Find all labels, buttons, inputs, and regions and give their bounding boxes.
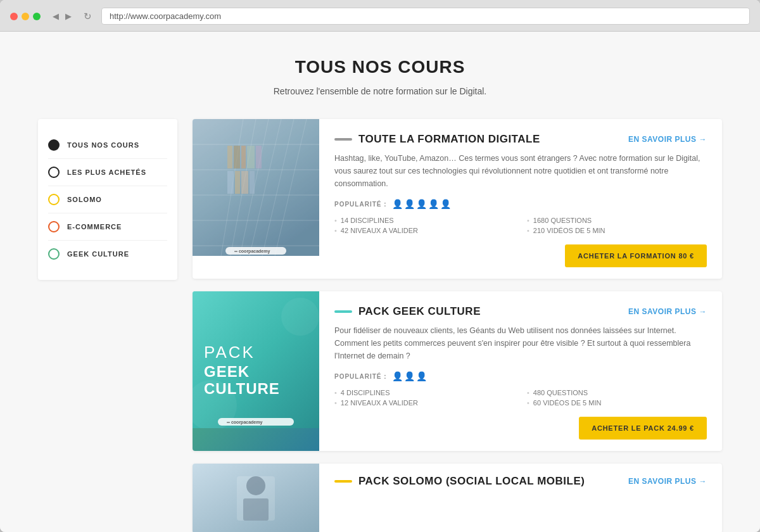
svg-rect-35 <box>243 498 269 521</box>
sidebar-label-ecommerce: E-COMMERCE <box>67 223 122 231</box>
refresh-button[interactable]: ↻ <box>81 10 94 23</box>
course-stats-formation: 14 DISCIPLINES 1680 QUESTIONS 42 NIVEAUX… <box>334 217 707 234</box>
arrow-right-icon: → <box>699 135 707 144</box>
svg-rect-15 <box>241 146 246 168</box>
popularity-row-formation: POPULARITÉ : 👤 👤 👤 👤 👤 <box>334 199 707 209</box>
course-title-formation: TOUTE LA FORMATION DIGITALE <box>358 133 540 146</box>
svg-point-34 <box>246 476 265 495</box>
forward-button[interactable]: ▶ <box>63 11 73 22</box>
nav-arrows: ◀ ▶ <box>51 11 73 22</box>
person-icon-5: 👤 <box>440 199 451 209</box>
svg-text:CULTURE: CULTURE <box>204 380 280 397</box>
course-accent-yellow <box>334 480 352 483</box>
sidebar: TOUS NOS COURS LES PLUS ACHETÉS SOLOMO E… <box>38 119 177 280</box>
arrow-right-icon-geek: → <box>699 307 707 316</box>
course-card-geek-culture: PACK GEEK CULTURE ∞ coorpacademy <box>193 291 722 451</box>
course-accent-teal <box>334 310 352 313</box>
sidebar-item-ecommerce[interactable]: E-COMMERCE <box>48 213 167 241</box>
browser-window: ◀ ▶ ↻ TOUS NOS COURS Retrouvez l'ensembl… <box>0 0 760 532</box>
course-image-geek: PACK GEEK CULTURE ∞ coorpacademy <box>193 291 319 451</box>
traffic-light-yellow[interactable] <box>22 13 29 20</box>
back-button[interactable]: ◀ <box>51 11 61 22</box>
svg-text:PACK: PACK <box>204 343 255 362</box>
person-icon-1: 👤 <box>392 199 403 209</box>
svg-text:∞ coorpacademy: ∞ coorpacademy <box>234 249 270 254</box>
svg-rect-18 <box>227 171 234 194</box>
en-savoir-plus-solomo[interactable]: EN SAVOIR PLUS → <box>628 477 707 486</box>
course-footer-formation: ACHETER LA FORMATION 80 € <box>334 244 707 267</box>
svg-text:GEEK: GEEK <box>204 363 250 380</box>
svg-rect-16 <box>247 146 255 168</box>
sidebar-item-plus-achetes[interactable]: LES PLUS ACHETÉS <box>48 159 167 186</box>
stat-questions: 1680 QUESTIONS <box>527 217 707 224</box>
course-description-formation: Hashtag, like, YouTube, Amazon… Ces term… <box>334 152 707 190</box>
popularity-label-geek: POPULARITÉ : <box>334 373 387 380</box>
stat-videos-geek: 60 VIDÉOS DE 5 MIN <box>527 399 707 407</box>
svg-rect-19 <box>235 171 240 194</box>
course-title-row-geek: PACK GEEK CULTURE <box>334 305 481 318</box>
en-savoir-plus-geek[interactable]: EN SAVOIR PLUS → <box>628 307 707 316</box>
address-bar[interactable] <box>101 8 750 25</box>
course-title-geek: PACK GEEK CULTURE <box>358 305 481 318</box>
buy-button-formation[interactable]: ACHETER LA FORMATION 80 € <box>565 244 707 267</box>
svg-rect-21 <box>250 171 255 194</box>
en-savoir-plus-formation[interactable]: EN SAVOIR PLUS → <box>628 135 707 144</box>
traffic-light-red[interactable] <box>10 13 18 20</box>
browser-chrome: ◀ ▶ ↻ <box>0 0 760 32</box>
course-description-geek: Pour fidéliser de nouveaux clients, les … <box>334 324 707 362</box>
sidebar-item-solomo[interactable]: SOLOMO <box>48 186 167 213</box>
sidebar-dot-plus-achetes <box>48 167 60 178</box>
stat-questions-geek: 480 QUESTIONS <box>527 389 707 396</box>
stat-niveaux-geek: 12 NIVEAUX A VALIDER <box>334 399 514 407</box>
svg-rect-17 <box>256 146 262 168</box>
person-icon-2: 👤 <box>404 199 415 209</box>
course-accent-gray <box>334 138 352 141</box>
person-icon-4: 👤 <box>428 199 439 209</box>
svg-text:∞ coorpacademy: ∞ coorpacademy <box>227 420 262 425</box>
sidebar-dot-geek-culture <box>48 248 60 260</box>
course-header-geek: PACK GEEK CULTURE EN SAVOIR PLUS → <box>334 305 707 318</box>
sidebar-label-solomo: SOLOMO <box>67 196 102 203</box>
popularity-row-geek: POPULARITÉ : 👤 👤 👤 <box>334 371 707 381</box>
course-footer-geek: ACHETER LE PACK 24.99 € <box>334 417 707 440</box>
course-card-formation-digitale: ∞ coorpacademy TOUTE LA FORMATION DIGITA… <box>193 119 722 279</box>
stat-videos: 210 VIDÉOS DE 5 MIN <box>527 227 707 234</box>
traffic-light-green[interactable] <box>33 13 41 20</box>
course-stats-geek: 4 DISCIPLINES 480 QUESTIONS 12 NIVEAUX A… <box>334 389 707 407</box>
sidebar-item-tous[interactable]: TOUS NOS COURS <box>48 132 167 159</box>
page-title: TOUS NOS COURS <box>38 57 722 77</box>
popularity-icons-geek: 👤 👤 👤 <box>392 371 427 381</box>
course-card-solomo: PACK SOLOMO (SOCIAL LOCAL MOBILE) EN SAV… <box>193 464 722 532</box>
stat-disciplines: 14 DISCIPLINES <box>334 217 514 224</box>
course-title-solomo: PACK SOLOMO (SOCIAL LOCAL MOBILE) <box>358 475 585 488</box>
popularity-icons-formation: 👤 👤 👤 👤 👤 <box>392 199 451 209</box>
sidebar-dot-solomo <box>48 194 60 205</box>
course-title-row-solomo: PACK SOLOMO (SOCIAL LOCAL MOBILE) <box>334 475 585 488</box>
person-icon-g3: 👤 <box>416 371 427 381</box>
sidebar-dot-ecommerce <box>48 221 60 232</box>
stat-disciplines-geek: 4 DISCIPLINES <box>334 389 514 396</box>
popularity-label-formation: POPULARITÉ : <box>334 201 387 208</box>
course-image-solomo <box>193 464 319 532</box>
sidebar-item-geek-culture[interactable]: GEEK CULTURE <box>48 241 167 267</box>
traffic-lights <box>10 13 41 20</box>
svg-point-26 <box>281 298 319 336</box>
svg-rect-20 <box>241 171 248 194</box>
courses-list: ∞ coorpacademy TOUTE LA FORMATION DIGITA… <box>193 119 722 532</box>
course-header-formation: TOUTE LA FORMATION DIGITALE EN SAVOIR PL… <box>334 133 707 146</box>
sidebar-dot-tous <box>48 139 60 151</box>
course-image-library: ∞ coorpacademy <box>193 119 319 279</box>
sidebar-label-tous: TOUS NOS COURS <box>67 141 139 149</box>
stat-niveaux: 42 NIVEAUX A VALIDER <box>334 227 514 234</box>
main-layout: TOUS NOS COURS LES PLUS ACHETÉS SOLOMO E… <box>38 119 722 532</box>
sidebar-label-geek-culture: GEEK CULTURE <box>67 250 129 258</box>
arrow-right-icon-solomo: → <box>699 477 707 486</box>
svg-rect-13 <box>227 146 232 168</box>
buy-button-geek[interactable]: ACHETER LE PACK 24.99 € <box>579 417 707 440</box>
course-title-row: TOUTE LA FORMATION DIGITALE <box>334 133 540 146</box>
person-icon-g1: 👤 <box>392 371 403 381</box>
page-subtitle: Retrouvez l'ensemble de notre formation … <box>38 86 722 96</box>
svg-rect-14 <box>234 146 240 168</box>
svg-rect-1 <box>193 119 319 256</box>
person-icon-g2: 👤 <box>404 371 415 381</box>
